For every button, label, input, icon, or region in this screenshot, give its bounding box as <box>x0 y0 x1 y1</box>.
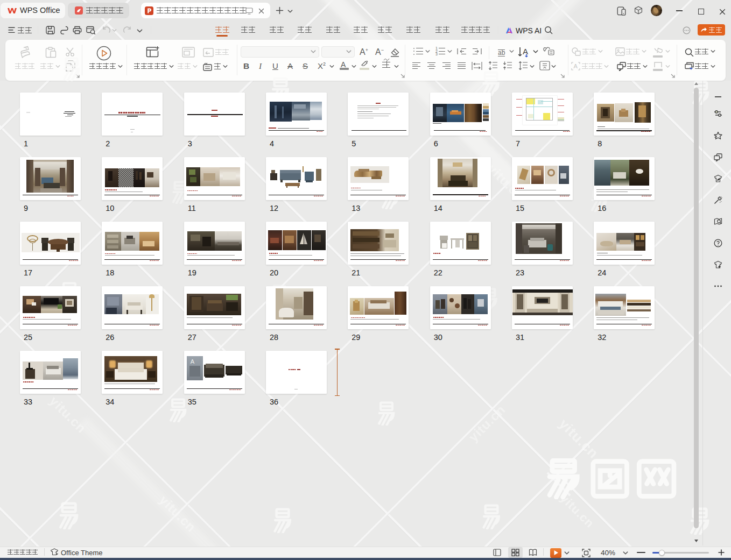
svg-text:A: A <box>523 47 528 56</box>
svg-text:A: A <box>574 63 578 69</box>
